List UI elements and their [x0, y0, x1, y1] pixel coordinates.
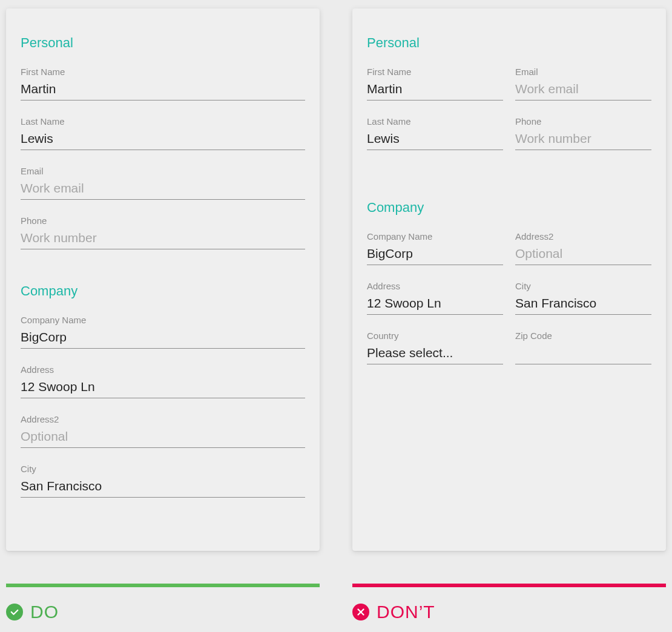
- last-name-input[interactable]: [367, 130, 503, 150]
- address-label: Address: [367, 281, 503, 291]
- address-field: Address: [21, 364, 305, 398]
- zip-input[interactable]: [515, 344, 651, 364]
- last-name-field: Last Name: [21, 116, 305, 150]
- company-name-input[interactable]: [367, 245, 503, 265]
- email-field: Email: [21, 166, 305, 200]
- address2-field: Address2: [21, 414, 305, 448]
- dont-bar: [352, 584, 666, 587]
- last-name-label: Last Name: [21, 116, 305, 127]
- company-section: Company Company Name Address2 Address Ci…: [367, 200, 651, 380]
- first-name-input[interactable]: [367, 81, 503, 100]
- phone-input[interactable]: [21, 229, 305, 249]
- first-name-field: First Name: [21, 67, 305, 100]
- zip-field: Zip Code: [515, 331, 651, 364]
- address2-field: Address2: [515, 231, 651, 265]
- city-field: City: [515, 281, 651, 315]
- last-name-label: Last Name: [367, 116, 503, 127]
- company-name-field: Company Name: [367, 231, 503, 265]
- last-name-field: Last Name: [367, 116, 503, 150]
- address2-label: Address2: [21, 414, 305, 424]
- address-label: Address: [21, 364, 305, 375]
- city-label: City: [21, 464, 305, 474]
- address2-input[interactable]: [21, 428, 305, 448]
- city-label: City: [515, 281, 651, 291]
- last-name-input[interactable]: [21, 130, 305, 150]
- address-field: Address: [367, 281, 503, 315]
- first-name-input[interactable]: [21, 81, 305, 100]
- email-label: Email: [21, 166, 305, 176]
- first-name-field: First Name: [367, 67, 503, 100]
- address2-label: Address2: [515, 231, 651, 242]
- do-footer: DO: [6, 584, 320, 622]
- company-name-label: Company Name: [367, 231, 503, 242]
- x-circle-icon: [352, 604, 369, 620]
- personal-title: Personal: [367, 35, 651, 51]
- dont-form-card: Personal First Name Email Last Name Phon…: [352, 8, 666, 551]
- dont-footer: DON’T: [352, 584, 666, 622]
- company-name-field: Company Name: [21, 315, 305, 349]
- email-field: Email: [515, 67, 651, 100]
- personal-title: Personal: [21, 35, 305, 51]
- email-label: Email: [515, 67, 651, 77]
- phone-field: Phone: [515, 116, 651, 150]
- city-field: City: [21, 464, 305, 498]
- country-select[interactable]: [367, 344, 503, 364]
- personal-section: Personal First Name Email Last Name Phon…: [367, 35, 651, 166]
- company-name-input[interactable]: [21, 329, 305, 349]
- first-name-label: First Name: [367, 67, 503, 77]
- company-section: Company Company Name Address Address2 Ci…: [21, 283, 305, 498]
- address-input[interactable]: [21, 378, 305, 398]
- zip-label: Zip Code: [515, 331, 651, 341]
- do-label: DO: [30, 602, 59, 622]
- email-input[interactable]: [21, 180, 305, 200]
- company-title: Company: [367, 200, 651, 216]
- address2-input[interactable]: [515, 245, 651, 265]
- country-label: Country: [367, 331, 503, 341]
- email-input[interactable]: [515, 81, 651, 100]
- address-input[interactable]: [367, 295, 503, 315]
- country-field: Country: [367, 331, 503, 364]
- phone-input[interactable]: [515, 130, 651, 150]
- phone-label: Phone: [515, 116, 651, 127]
- phone-label: Phone: [21, 216, 305, 226]
- personal-section: Personal First Name Last Name Email Phon…: [21, 35, 305, 249]
- check-circle-icon: [6, 604, 23, 620]
- do-form-card: Personal First Name Last Name Email Phon…: [6, 8, 320, 551]
- dont-label: DON’T: [377, 602, 435, 622]
- phone-field: Phone: [21, 216, 305, 249]
- company-title: Company: [21, 283, 305, 299]
- do-bar: [6, 584, 320, 587]
- first-name-label: First Name: [21, 67, 305, 77]
- city-input[interactable]: [21, 478, 305, 498]
- city-input[interactable]: [515, 295, 651, 315]
- company-name-label: Company Name: [21, 315, 305, 325]
